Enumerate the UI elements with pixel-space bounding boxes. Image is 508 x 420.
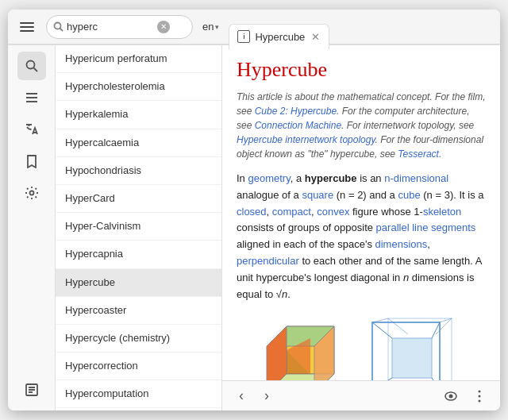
svg-rect-20 <box>392 338 432 378</box>
search-result-item[interactable]: Hyper-Calvinism <box>56 213 221 241</box>
svg-point-33 <box>449 394 453 398</box>
article-title: Hypercube <box>237 58 486 82</box>
history-icon <box>25 383 39 397</box>
sidebar <box>8 45 56 410</box>
svg-point-7 <box>29 191 33 195</box>
search-result-item[interactable]: HyperCard <box>56 185 221 213</box>
svg-point-35 <box>479 395 481 397</box>
link-n-dimensional[interactable]: n-dimensional <box>384 172 448 184</box>
hamburger-icon <box>20 22 34 32</box>
svg-point-0 <box>55 23 61 29</box>
main-content: Hypericum perforatumHypercholesterolemia… <box>8 44 500 410</box>
search-result-item[interactable]: Hypercapnia <box>56 241 221 268</box>
bookmark-icon <box>25 154 39 168</box>
app-window: ✕ en ▾ i Hypercube ✕ <box>8 10 500 410</box>
hatnote-link-tesseract[interactable]: Tesseract <box>398 148 439 160</box>
sidebar-icon-history[interactable] <box>17 376 46 404</box>
search-result-item[interactable]: Hypericum perforatum <box>56 45 221 73</box>
link-closed[interactable]: closed <box>237 206 267 218</box>
sidebar-icon-settings[interactable] <box>17 179 46 207</box>
tab-zone: i Hypercube ✕ <box>229 10 494 44</box>
hatnote-link-cube2[interactable]: Cube 2: Hypercube <box>255 106 337 117</box>
translate-icon <box>25 122 39 137</box>
menu-button[interactable] <box>14 14 40 40</box>
article-body: In geometry, a hypercube is an n-dimensi… <box>237 171 486 302</box>
sidebar-icon-languages[interactable] <box>17 115 46 144</box>
search-result-item[interactable]: Hypercomputation <box>56 380 221 408</box>
top-bar: ✕ en ▾ i Hypercube ✕ <box>8 10 500 44</box>
tab-title: Hypercube <box>255 31 305 43</box>
article-image-area <box>237 310 486 380</box>
sidebar-icon-bookmark[interactable] <box>17 147 46 175</box>
search-result-item[interactable]: Hypercholesterolemia <box>56 73 221 101</box>
link-cube[interactable]: cube <box>398 189 420 201</box>
tab-close-button[interactable]: ✕ <box>310 31 321 42</box>
link-geometry[interactable]: geometry <box>248 172 290 184</box>
3cube-image <box>255 310 358 380</box>
hatnote-link-hypercube-topology[interactable]: Hypercube internetwork topology <box>237 134 375 145</box>
search-result-item[interactable]: Hypercalcaemia <box>56 129 221 157</box>
article-tab[interactable]: i Hypercube ✕ <box>229 24 329 49</box>
search-result-item[interactable]: Hyperkalemia <box>56 101 221 129</box>
link-parallel-line-segments[interactable]: parallel line segments <box>376 222 476 233</box>
article-content: Hypercube This article is about the math… <box>222 45 500 380</box>
language-selector[interactable]: en ▾ <box>199 19 222 34</box>
search-result-item[interactable]: Hypercycle (chemistry) <box>56 325 221 353</box>
eye-button[interactable] <box>440 385 462 407</box>
svg-point-2 <box>26 61 34 69</box>
search-result-item[interactable]: Hypercomplex number <box>56 408 221 410</box>
search-result-item[interactable]: Hypercoaster <box>56 297 221 325</box>
search-sidebar-icon <box>25 59 39 73</box>
gear-icon <box>25 186 39 200</box>
search-input[interactable] <box>67 21 154 33</box>
list-icon <box>25 91 39 105</box>
article-hatnote: This article is about the mathematical c… <box>237 90 486 161</box>
link-convex[interactable]: convex <box>317 206 349 218</box>
forward-button[interactable]: › <box>257 387 276 406</box>
svg-point-34 <box>479 390 481 392</box>
search-result-item[interactable]: Hypercorrection <box>56 353 221 380</box>
svg-point-36 <box>479 399 481 402</box>
search-clear-button[interactable]: ✕ <box>157 21 170 33</box>
article-bottom-bar: ‹ › <box>222 380 500 410</box>
4cube-image <box>364 310 468 380</box>
article-tab-icon: i <box>237 30 250 43</box>
search-icon <box>53 21 64 32</box>
search-bar: ✕ <box>46 15 193 39</box>
link-square[interactable]: square <box>302 189 333 201</box>
cube-images <box>255 310 468 380</box>
link-dimensions[interactable]: dimensions <box>375 238 428 250</box>
link-perpendicular[interactable]: perpendicular <box>237 255 299 267</box>
search-result-item[interactable]: Hypochondriasis <box>56 157 221 185</box>
more-button[interactable] <box>468 385 491 407</box>
more-icon <box>472 389 487 403</box>
back-button[interactable]: ‹ <box>232 387 251 406</box>
link-skeleton[interactable]: skeleton <box>423 206 461 218</box>
language-label: en <box>202 21 214 33</box>
hatnote-link-connection-machine[interactable]: Connection Machine <box>255 120 341 131</box>
svg-line-1 <box>60 29 64 32</box>
search-result-item[interactable]: Hypercube <box>56 269 221 297</box>
svg-line-21 <box>372 322 392 338</box>
link-compact[interactable]: compact <box>272 206 311 218</box>
sidebar-icon-search[interactable] <box>17 52 46 80</box>
eye-icon <box>444 391 458 402</box>
svg-line-25 <box>388 318 408 334</box>
svg-marker-14 <box>267 326 287 380</box>
svg-line-22 <box>432 322 440 338</box>
svg-line-3 <box>33 68 37 72</box>
chevron-down-icon: ▾ <box>215 23 219 31</box>
sidebar-icon-toc[interactable] <box>17 83 46 112</box>
search-results-panel: Hypericum perforatumHypercholesterolemia… <box>56 45 222 410</box>
